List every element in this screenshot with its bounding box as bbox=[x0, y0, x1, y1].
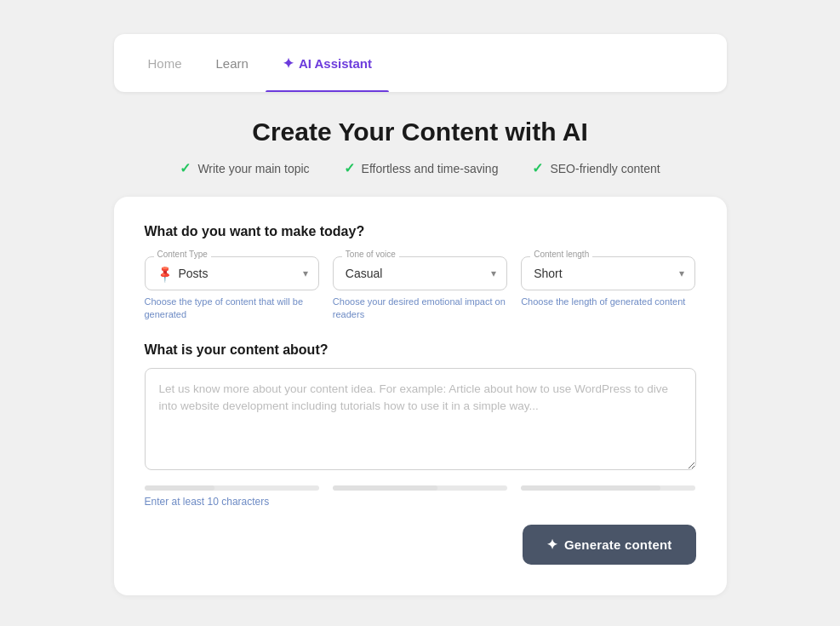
feature-seo: ✓ SEO-friendly content bbox=[532, 160, 660, 176]
content-type-hint: Choose the type of content that will be … bbox=[145, 296, 319, 322]
page-title: Create Your Content with AI bbox=[180, 118, 660, 146]
feature-time-saving-label: Effortless and time-saving bbox=[362, 162, 499, 175]
dropdowns-row: Content Type 📌 Posts ▾ Choose the type o… bbox=[145, 256, 696, 322]
content-length-dropdown[interactable]: Content length Short ▾ bbox=[521, 256, 695, 290]
nav-learn[interactable]: Learn bbox=[199, 34, 266, 92]
feature-main-topic-label: Write your main topic bbox=[197, 162, 309, 175]
content-type-dropdown[interactable]: Content Type 📌 Posts ▾ bbox=[145, 256, 319, 290]
progress-bar-fill-1 bbox=[145, 485, 214, 491]
page-header: Create Your Content with AI ✓ Write your… bbox=[180, 118, 660, 176]
sparkle-button-icon: ✦ bbox=[546, 537, 557, 553]
generate-button[interactable]: ✦ Generate content bbox=[523, 525, 696, 565]
pin-icon: 📌 bbox=[154, 263, 174, 283]
tone-of-voice-dropdown[interactable]: Tone of voice Casual ▾ bbox=[333, 256, 507, 290]
progress-bar-fill-2 bbox=[333, 485, 437, 491]
check-icon-1: ✓ bbox=[180, 160, 191, 176]
make-today-title: What do you want to make today? bbox=[145, 224, 696, 239]
progress-bar-3 bbox=[521, 485, 695, 491]
check-icon-2: ✓ bbox=[344, 160, 355, 176]
nav-home[interactable]: Home bbox=[131, 34, 199, 92]
sparkle-nav-icon: ✦ bbox=[283, 55, 294, 72]
nav-ai-assistant[interactable]: ✦ AI Assistant bbox=[266, 34, 389, 92]
content-length-value: Short bbox=[534, 267, 562, 280]
chars-hint: Enter at least 10 characters bbox=[145, 496, 696, 508]
content-length-inner[interactable]: Short bbox=[522, 257, 694, 290]
features-row: ✓ Write your main topic ✓ Effortless and… bbox=[180, 160, 660, 176]
progress-bars-row bbox=[145, 485, 696, 491]
content-type-inner[interactable]: 📌 Posts bbox=[146, 257, 318, 290]
content-textarea[interactable] bbox=[145, 368, 696, 470]
tone-of-voice-group: Tone of voice Casual ▾ Choose your desir… bbox=[333, 256, 507, 322]
tone-of-voice-hint: Choose your desired emotional impact on … bbox=[333, 296, 507, 322]
content-about-title: What is your content about? bbox=[145, 342, 696, 358]
progress-bar-2 bbox=[333, 485, 507, 491]
content-type-label: Content Type bbox=[154, 250, 211, 259]
progress-bar-1 bbox=[145, 485, 319, 491]
content-type-group: Content Type 📌 Posts ▾ Choose the type o… bbox=[145, 256, 319, 322]
content-type-value: Posts bbox=[179, 267, 209, 280]
tone-of-voice-value: Casual bbox=[346, 267, 383, 280]
check-icon-3: ✓ bbox=[532, 160, 543, 176]
content-about-section: What is your content about? Enter at lea… bbox=[145, 342, 696, 565]
generate-button-label: Generate content bbox=[564, 537, 672, 552]
tone-of-voice-label: Tone of voice bbox=[342, 250, 399, 259]
main-card: What do you want to make today? Content … bbox=[114, 197, 727, 595]
tone-of-voice-inner[interactable]: Casual bbox=[334, 257, 506, 290]
content-length-label: Content length bbox=[530, 250, 592, 259]
progress-bar-fill-3 bbox=[521, 485, 660, 491]
content-length-group: Content length Short ▾ Choose the length… bbox=[521, 256, 695, 322]
feature-time-saving: ✓ Effortless and time-saving bbox=[344, 160, 499, 176]
generate-button-row: ✦ Generate content bbox=[145, 525, 696, 565]
content-length-hint: Choose the length of generated content bbox=[521, 296, 695, 308]
nav-ai-label: AI Assistant bbox=[299, 56, 372, 71]
page-container: Home Learn ✦ AI Assistant Create Your Co… bbox=[17, 17, 823, 626]
feature-main-topic: ✓ Write your main topic bbox=[180, 160, 309, 176]
feature-seo-label: SEO-friendly content bbox=[550, 162, 660, 175]
nav-bar: Home Learn ✦ AI Assistant bbox=[114, 34, 727, 92]
